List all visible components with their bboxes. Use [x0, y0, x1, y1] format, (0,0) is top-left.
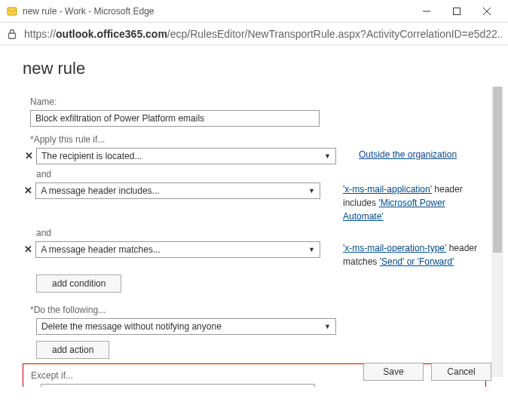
lock-icon [6, 28, 18, 40]
name-label: Name: [30, 97, 486, 107]
window-title: new rule - Work - Microsoft Edge [23, 6, 412, 17]
condition-link[interactable]: 'Send' or 'Forward' [380, 256, 454, 267]
minimize-button[interactable] [412, 1, 442, 22]
dropdown-text: A message header includes... [41, 185, 159, 196]
rule-name-input[interactable] [30, 110, 320, 127]
svg-rect-5 [9, 33, 16, 38]
remove-condition-icon[interactable]: ✕ [23, 241, 34, 256]
app-favicon [6, 5, 18, 17]
url-host: outlook.office365.com [56, 28, 167, 40]
dropdown-text: The recipient is located... [41, 151, 142, 161]
condition-dropdown[interactable]: A message header includes... ▼ [35, 182, 320, 199]
condition-detail: Outside the organization [359, 148, 457, 161]
remove-condition-icon[interactable]: ✕ [23, 182, 34, 198]
condition-detail: 'x-ms-mail-operation-type' header matche… [343, 241, 486, 268]
svg-rect-0 [8, 8, 17, 15]
condition-dropdown[interactable]: A message header matches... ▼ [35, 241, 320, 258]
chevron-down-icon: ▼ [308, 187, 315, 195]
apply-if-label: *Apply this rule if... [30, 134, 486, 145]
add-condition-button[interactable]: add condition [36, 274, 121, 293]
do-following-label: *Do the following... [30, 305, 486, 315]
chevron-down-icon: ▼ [324, 152, 331, 160]
window-controls [412, 1, 502, 22]
remove-condition-icon[interactable]: ✕ [23, 148, 35, 163]
exception-row: ✕ A message header includes... ▼ 'x-ms-m… [28, 384, 481, 387]
exception-dropdown[interactable]: A message header includes... ▼ [41, 384, 315, 387]
url-prefix: https:// [24, 28, 56, 40]
exception-link[interactable]: 'x-ms-mail-application' [338, 385, 427, 387]
remove-exception-icon[interactable]: ✕ [28, 384, 39, 387]
condition-link[interactable]: 'x-ms-mail-application' [343, 184, 432, 195]
condition-row: ✕ The recipient is located... ▼ Outside … [23, 148, 486, 164]
window-titlebar: new rule - Work - Microsoft Edge [0, 0, 508, 23]
form-area: Name: *Apply this rule if... ✕ The recip… [23, 97, 501, 387]
cancel-button[interactable]: Cancel [431, 363, 491, 381]
url-path: /ecp/RulesEditor/NewTransportRule.aspx?A… [167, 28, 502, 40]
svg-rect-2 [454, 8, 461, 14]
condition-dropdown[interactable]: The recipient is located... ▼ [36, 148, 336, 164]
dropdown-text: Delete the message without notifying any… [41, 321, 222, 332]
page-content: new rule Name: *Apply this rule if... ✕ … [0, 45, 508, 390]
maximize-button[interactable] [442, 1, 472, 22]
condition-detail: 'x-ms-mail-application' header includes … [343, 182, 486, 223]
and-label: and [36, 169, 486, 179]
chevron-down-icon: ▼ [308, 246, 315, 253]
condition-row: ✕ A message header matches... ▼ 'x-ms-ma… [23, 241, 486, 268]
close-button[interactable] [472, 1, 502, 22]
save-button[interactable]: Save [363, 363, 424, 381]
page-heading: new rule [23, 59, 485, 78]
action-row: Delete the message without notifying any… [36, 318, 486, 335]
action-dropdown[interactable]: Delete the message without notifying any… [36, 318, 336, 335]
add-action-button[interactable]: add action [36, 341, 109, 359]
condition-row: ✕ A message header includes... ▼ 'x-ms-m… [23, 182, 486, 223]
url-text[interactable]: https://outlook.office365.com/ecp/RulesE… [24, 28, 502, 40]
footer-buttons: Save Cancel [363, 363, 491, 381]
and-label: and [36, 228, 486, 238]
address-bar: https://outlook.office365.com/ecp/RulesE… [0, 23, 508, 45]
condition-link[interactable]: Outside the organization [359, 149, 457, 160]
exception-detail: 'x-ms-mail-application' header includes … [338, 384, 481, 387]
dropdown-text: A message header matches... [41, 244, 161, 255]
condition-link[interactable]: 'x-ms-mail-operation-type' [343, 243, 446, 253]
chevron-down-icon: ▼ [324, 323, 331, 330]
